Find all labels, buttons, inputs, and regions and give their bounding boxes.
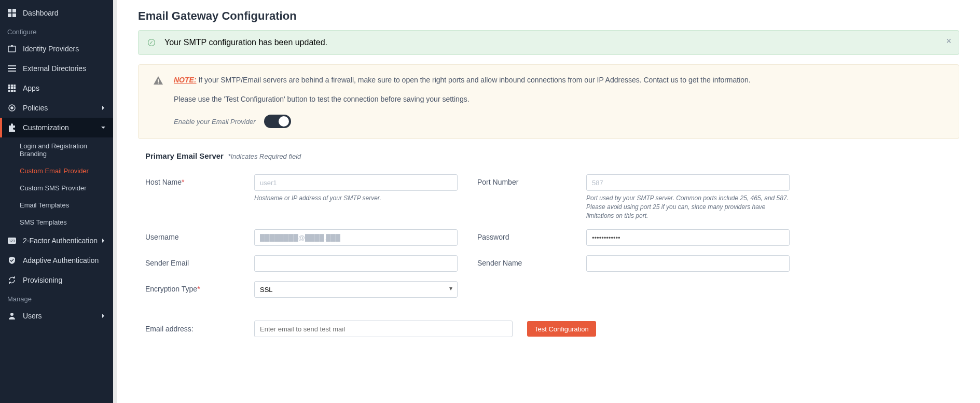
- sidebar-item-label: Adaptive Authentication: [23, 256, 99, 265]
- sidebar-item-2fa[interactable]: 123 2-Factor Authentication: [0, 231, 113, 251]
- sidebar-item-customization[interactable]: Customization: [0, 118, 113, 137]
- chevron-right-icon: [101, 105, 106, 110]
- svg-rect-15: [8, 90, 10, 92]
- svg-rect-9: [8, 85, 10, 87]
- sidebar-item-dashboard[interactable]: Dashboard: [0, 3, 113, 23]
- svg-rect-10: [11, 85, 13, 87]
- svg-rect-2: [8, 13, 11, 17]
- svg-point-22: [10, 313, 13, 316]
- required-note: *Indicates Required field: [228, 152, 301, 160]
- svg-rect-5: [11, 45, 13, 47]
- sidebar-item-label: Dashboard: [23, 9, 59, 17]
- warning-icon: [153, 75, 164, 86]
- svg-rect-16: [11, 90, 13, 92]
- section-title: Primary Email Server: [145, 151, 224, 160]
- note-box: NOTE: If your SMTP/Email servers are beh…: [138, 64, 959, 139]
- sender-email-input[interactable]: [254, 255, 458, 272]
- sidebar-item-external-directories[interactable]: External Directories: [0, 59, 113, 78]
- user-icon: [7, 311, 17, 321]
- test-configuration-button[interactable]: Test Configuration: [527, 321, 596, 337]
- svg-rect-14: [13, 87, 16, 89]
- sidebar-sub-sms-templates[interactable]: SMS Templates: [0, 214, 113, 231]
- sidebar-item-apps[interactable]: Apps: [0, 78, 113, 98]
- svg-rect-4: [8, 46, 16, 52]
- chevron-down-icon: [101, 125, 106, 130]
- svg-rect-13: [11, 87, 13, 89]
- toggle-knob: [279, 116, 289, 127]
- sidebar-item-label: Users: [23, 312, 42, 320]
- encryption-type-label: Encryption Type*: [145, 281, 254, 293]
- svg-rect-8: [8, 71, 16, 72]
- sidebar-item-label: External Directories: [23, 64, 86, 73]
- sidebar-sub-login-branding[interactable]: Login and Registration Branding: [0, 137, 113, 162]
- sidebar-divider: [113, 0, 117, 403]
- email-provider-toggle[interactable]: [264, 115, 291, 128]
- sidebar-item-label: Apps: [23, 84, 39, 92]
- svg-rect-6: [8, 65, 16, 66]
- note-text: NOTE: If your SMTP/Email servers are beh…: [174, 75, 751, 86]
- sidebar-section-manage: Manage: [0, 290, 113, 306]
- svg-rect-12: [8, 87, 10, 89]
- number-icon: 123: [7, 236, 17, 245]
- sidebar-item-label: Policies: [23, 104, 48, 112]
- note-subtext: Please use the 'Test Configuration' butt…: [174, 95, 944, 103]
- encryption-type-select[interactable]: SSL: [254, 281, 458, 298]
- sidebar-sub-email-templates[interactable]: Email Templates: [0, 197, 113, 214]
- svg-rect-7: [8, 68, 16, 69]
- svg-text:123: 123: [9, 239, 15, 243]
- svg-rect-1: [12, 9, 16, 12]
- sidebar-sub-custom-sms[interactable]: Custom SMS Provider: [0, 179, 113, 197]
- sidebar-item-policies[interactable]: Policies: [0, 98, 113, 118]
- target-icon: [7, 103, 17, 113]
- puzzle-icon: [7, 123, 17, 132]
- password-input[interactable]: [586, 229, 790, 246]
- svg-rect-23: [158, 79, 159, 82]
- sender-name-label: Sender Name: [477, 255, 586, 267]
- chevron-right-icon: [101, 238, 106, 243]
- list-icon: [7, 64, 17, 73]
- svg-rect-3: [12, 13, 16, 17]
- chevron-right-icon: [101, 313, 106, 318]
- alert-success: ✓ Your SMTP configuration has been updat…: [138, 30, 959, 55]
- port-number-label: Port Number: [477, 174, 586, 186]
- page-title: Email Gateway Configuration: [138, 9, 959, 23]
- svg-rect-17: [13, 90, 16, 92]
- host-help-text: Hostname or IP address of your SMTP serv…: [254, 194, 458, 203]
- sender-name-input[interactable]: [586, 255, 790, 272]
- note-label: NOTE:: [174, 76, 197, 84]
- sidebar-item-label: Identity Providers: [23, 45, 79, 53]
- id-card-icon: [7, 44, 17, 53]
- alert-message: Your SMTP configuration has been updated…: [164, 38, 327, 47]
- sidebar-section-configure: Configure: [0, 23, 113, 39]
- sender-email-label: Sender Email: [145, 255, 254, 267]
- host-name-input[interactable]: [254, 174, 458, 191]
- shield-check-icon: [7, 256, 17, 265]
- svg-rect-0: [8, 9, 11, 12]
- dashboard-icon: [7, 8, 17, 18]
- sidebar-item-label: 2-Factor Authentication: [23, 237, 98, 245]
- username-input[interactable]: [254, 229, 458, 246]
- main-content: Email Gateway Configuration ✓ Your SMTP …: [117, 0, 980, 403]
- port-number-input[interactable]: [586, 174, 790, 191]
- sidebar-item-label: Customization: [23, 123, 69, 132]
- sidebar-item-label: Provisioning: [23, 276, 62, 284]
- test-email-input[interactable]: [254, 321, 513, 337]
- sidebar-item-users[interactable]: Users: [0, 306, 113, 326]
- sidebar: Dashboard Configure Identity Providers E…: [0, 0, 113, 403]
- sidebar-item-identity-providers[interactable]: Identity Providers: [0, 39, 113, 59]
- port-help-text: Port used by your SMTP server. Common po…: [586, 194, 790, 220]
- svg-point-19: [11, 107, 13, 109]
- host-name-label: Host Name*: [145, 174, 254, 186]
- form-section: Primary Email Server *Indicates Required…: [138, 151, 959, 337]
- email-address-label: Email address:: [145, 325, 254, 333]
- username-label: Username: [145, 229, 254, 241]
- check-circle-icon: ✓: [148, 39, 155, 46]
- toggle-label: Enable your Email Provider: [174, 118, 256, 126]
- alert-close-button[interactable]: ×: [946, 36, 951, 47]
- sidebar-sub-custom-email[interactable]: Custom Email Provider: [0, 162, 113, 179]
- grid-icon: [7, 84, 17, 93]
- sidebar-item-adaptive-auth[interactable]: Adaptive Authentication: [0, 251, 113, 270]
- svg-rect-24: [158, 82, 159, 84]
- sidebar-item-provisioning[interactable]: Provisioning: [0, 270, 113, 290]
- svg-rect-11: [13, 85, 16, 87]
